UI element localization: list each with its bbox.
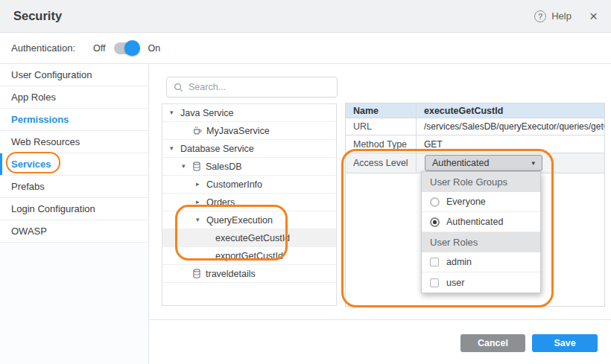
tree-item-queryexecution[interactable]: ▾QueryExecution (162, 211, 336, 229)
caret-right-icon[interactable]: ▸ (196, 199, 206, 205)
tree-item-label: SalesDB (206, 162, 242, 172)
tree-item-customerinfo[interactable]: ▸CustomerInfo (162, 176, 336, 194)
dropdown-option-label: user (446, 278, 464, 288)
tree-item-label: Database Service (180, 144, 254, 154)
help-button[interactable]: Help (551, 10, 572, 22)
detail-value: Authenticated▾ (417, 153, 604, 173)
dropdown-group-header-user-roles: User Roles (422, 232, 540, 252)
footer-divider (149, 319, 611, 320)
tree-item-salesdb[interactable]: ▾SalesDB (162, 158, 336, 176)
sidebar-item-app-roles[interactable]: App Roles (0, 86, 148, 109)
toggle-off-label: Off (93, 43, 105, 54)
help-icon[interactable]: ? (534, 10, 546, 22)
service-tree: ▾Java ServiceMyJavaService▾Database Serv… (162, 103, 337, 306)
access-level-selected-value: Authenticated (432, 158, 489, 168)
sidebar-item-login-configuration[interactable]: Login Configuration (0, 198, 148, 220)
database-icon (192, 162, 201, 171)
detail-row-method-type: Method TypeGET (346, 135, 604, 153)
cancel-button[interactable]: Cancel (460, 334, 525, 352)
search-icon (174, 83, 183, 92)
save-button[interactable]: Save (532, 334, 598, 352)
tree-item-java-service[interactable]: ▾Java Service (162, 104, 336, 122)
checkbox-user-icon[interactable] (430, 278, 439, 287)
detail-row-name: NameexecuteGetCustId (346, 103, 604, 118)
access-level-dropdown-panel: User Role GroupsEveryoneAuthenticatedUse… (421, 171, 541, 293)
sidebar-item-user-configuration[interactable]: User Configuration (0, 64, 148, 86)
detail-row-url: URL/services/SalesDB/queryExecutor/queri… (346, 118, 604, 135)
database-icon (192, 269, 201, 278)
tree-item-exportgetcustid[interactable]: exportGetCustId (162, 247, 336, 265)
dropdown-caret-icon: ▾ (531, 159, 535, 167)
caret-down-icon[interactable]: ▾ (170, 109, 180, 116)
search-box (166, 77, 338, 98)
authentication-row: Authentication: Off On (0, 33, 611, 64)
close-icon[interactable]: × (589, 9, 598, 23)
tree-item-executegetcustid[interactable]: executeGetCustId (162, 229, 336, 247)
dropdown-option-label: Authenticated (446, 217, 503, 227)
tree-item-myjavaservice[interactable]: MyJavaService (162, 122, 336, 140)
tree-item-label: MyJavaService (206, 126, 270, 136)
dropdown-option-everyone[interactable]: Everyone (422, 192, 540, 212)
sidebar-item-label: OWASP (11, 226, 47, 237)
sidebar-item-label: App Roles (11, 92, 56, 103)
tree-item-database-service[interactable]: ▾Database Service (162, 140, 336, 158)
toggle-knob (124, 40, 140, 56)
checkbox-admin-icon[interactable] (430, 258, 439, 266)
tree-item-label: CustomerInfo (206, 179, 262, 190)
tree-item-orders[interactable]: ▸Orders (162, 194, 336, 211)
sidebar-item-label: Services (11, 159, 51, 170)
tree-item-label: exportGetCustId (215, 251, 283, 261)
sidebar: User ConfigurationApp RolesPermissionsWe… (0, 64, 149, 364)
dropdown-option-user[interactable]: user (422, 272, 540, 293)
detail-value: executeGetCustId (417, 103, 604, 118)
sidebar-item-services[interactable]: Services (0, 153, 148, 176)
page-title: Security (13, 9, 62, 23)
dropdown-option-label: Everyone (446, 197, 486, 207)
radio-authenticated-icon[interactable] (430, 217, 440, 227)
detail-value: GET (417, 135, 604, 153)
detail-row-access-level: Access LevelAuthenticated▾ (346, 153, 604, 173)
dropdown-option-admin[interactable]: admin (422, 252, 540, 272)
java-icon (192, 126, 202, 135)
tree-item-label: Java Service (180, 108, 234, 118)
caret-down-icon[interactable]: ▾ (182, 163, 192, 170)
sidebar-item-prefabs[interactable]: Prefabs (0, 176, 148, 198)
titlebar: Security ? Help × (0, 0, 611, 33)
radio-everyone-icon[interactable] (430, 197, 440, 207)
tree-item-label: traveldetails (206, 269, 256, 279)
titlebar-actions: ? Help × (534, 9, 598, 23)
caret-down-icon[interactable]: ▾ (170, 145, 180, 152)
detail-value: /services/SalesDB/queryExecutor/queries/… (417, 118, 604, 135)
authentication-toggle[interactable] (114, 42, 137, 54)
sidebar-item-label: User Configuration (11, 69, 92, 80)
dropdown-option-authenticated[interactable]: Authenticated (422, 212, 540, 232)
detail-label: Method Type (346, 135, 417, 153)
dropdown-option-label: admin (446, 257, 472, 267)
detail-label: Name (346, 103, 417, 118)
dropdown-group-header-user-role-groups: User Role Groups (422, 172, 540, 192)
sidebar-item-label: Prefabs (11, 181, 45, 192)
sidebar-item-label: Permissions (11, 114, 69, 125)
sidebar-item-owasp[interactable]: OWASP (0, 220, 148, 243)
authentication-label: Authentication: (11, 42, 75, 54)
security-dialog: Security ? Help × Authentication: Off On… (0, 0, 611, 364)
toggle-on-label: On (148, 43, 160, 54)
sidebar-item-label: Web Resources (11, 136, 80, 147)
tree-item-label: Orders (206, 197, 235, 208)
tree-item-label: executeGetCustId (215, 233, 290, 243)
sidebar-item-label: Login Configuration (11, 203, 95, 214)
detail-label: Access Level (346, 153, 417, 173)
tree-item-label: QueryExecution (206, 215, 273, 226)
access-level-dropdown-button[interactable]: Authenticated▾ (425, 155, 542, 171)
search-input[interactable] (189, 82, 326, 92)
caret-down-icon[interactable]: ▾ (196, 217, 206, 223)
detail-label: URL (346, 118, 417, 135)
caret-right-icon[interactable]: ▸ (196, 181, 206, 188)
tree-item-traveldetails[interactable]: traveldetails (162, 265, 336, 283)
sidebar-item-web-resources[interactable]: Web Resources (0, 131, 148, 153)
sidebar-item-permissions[interactable]: Permissions (0, 109, 148, 131)
